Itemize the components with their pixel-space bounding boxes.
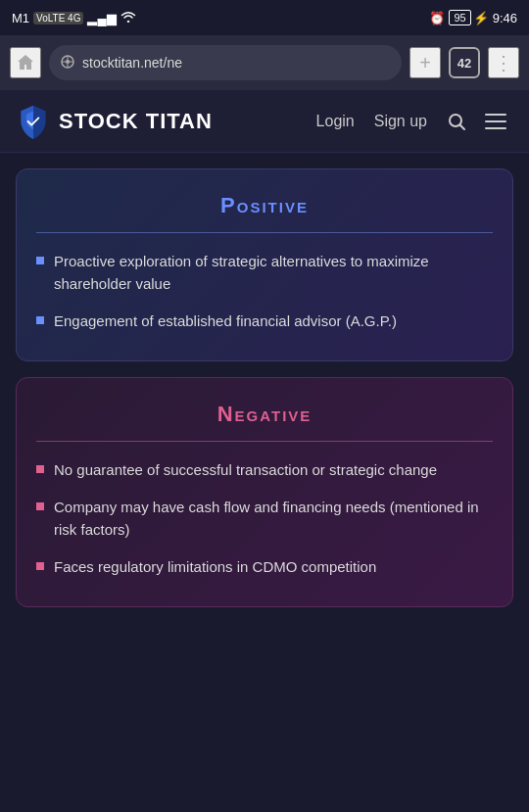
negative-card-divider <box>36 441 493 442</box>
site-header: STOCK TITAN Login Sign up <box>0 90 529 153</box>
browser-home-button[interactable] <box>10 47 41 78</box>
svg-line-5 <box>460 124 465 129</box>
browser-address-bar[interactable]: stocktitan.net/ne <box>49 45 402 80</box>
tab-count-badge[interactable]: 42 <box>449 47 480 78</box>
bullet-marker-1 <box>36 257 44 264</box>
list-item: Proactive exploration of strategic alter… <box>36 251 493 295</box>
bullet-marker-2 <box>36 316 44 324</box>
positive-bullet-1: Proactive exploration of strategic alter… <box>54 251 493 295</box>
bullet-marker-5 <box>36 562 44 570</box>
address-text: stocktitan.net/ne <box>82 55 182 71</box>
bullet-marker-3 <box>36 465 44 473</box>
status-left: M1 VoLTE 4G ▂▄▆ <box>12 11 136 25</box>
negative-bullet-2: Company may have cash flow and financing… <box>54 497 493 541</box>
login-button[interactable]: Login <box>309 107 362 136</box>
logo-container: STOCK TITAN <box>16 104 213 139</box>
main-content: Positive Proactive exploration of strate… <box>0 153 529 623</box>
battery-indicator: 95 ⚡ <box>449 10 488 25</box>
volte-badge: VoLTE 4G <box>33 12 83 24</box>
positive-bullet-list: Proactive exploration of strategic alter… <box>36 251 493 333</box>
site-title: STOCK TITAN <box>59 109 213 134</box>
status-right: ⏰ 95 ⚡ 9:46 <box>429 10 517 25</box>
address-bar-icon <box>61 55 74 72</box>
status-bar: M1 VoLTE 4G ▂▄▆ ⏰ 95 ⚡ 9:46 <box>0 0 529 35</box>
signal-icon: ▂▄▆ <box>87 11 116 25</box>
negative-bullet-list: No guarantee of successful transaction o… <box>36 459 493 579</box>
browser-bar: stocktitan.net/ne + 42 ⋮ <box>0 35 529 90</box>
list-item: Faces regulatory limitations in CDMO com… <box>36 556 493 579</box>
header-menu-button[interactable] <box>478 104 513 139</box>
logo-shield-icon <box>16 104 51 139</box>
signup-button[interactable]: Sign up <box>366 107 435 136</box>
positive-card-title: Positive <box>36 193 493 218</box>
negative-bullet-3: Faces regulatory limitations in CDMO com… <box>54 556 376 579</box>
positive-bullet-2: Engagement of established financial advi… <box>54 310 397 333</box>
battery-percent: 95 <box>449 10 470 25</box>
bullet-marker-4 <box>36 502 44 510</box>
charging-icon: ⚡ <box>473 11 489 25</box>
header-search-button[interactable] <box>439 104 474 139</box>
clock: 9:46 <box>493 11 517 25</box>
browser-actions: + 42 ⋮ <box>409 47 519 78</box>
list-item: Company may have cash flow and financing… <box>36 497 493 541</box>
negative-card: Negative No guarantee of successful tran… <box>16 377 513 607</box>
carrier-label: M1 <box>12 11 29 25</box>
list-item: Engagement of established financial advi… <box>36 310 493 333</box>
negative-card-title: Negative <box>36 402 493 427</box>
new-tab-button[interactable]: + <box>409 47 441 78</box>
list-item: No guarantee of successful transaction o… <box>36 459 493 482</box>
positive-card-divider <box>36 232 493 233</box>
alarm-icon: ⏰ <box>429 11 445 25</box>
negative-bullet-1: No guarantee of successful transaction o… <box>54 459 437 482</box>
header-nav: Login Sign up <box>309 104 513 139</box>
browser-menu-button[interactable]: ⋮ <box>488 47 519 78</box>
positive-card: Positive Proactive exploration of strate… <box>16 168 513 361</box>
wifi-icon <box>120 11 136 25</box>
